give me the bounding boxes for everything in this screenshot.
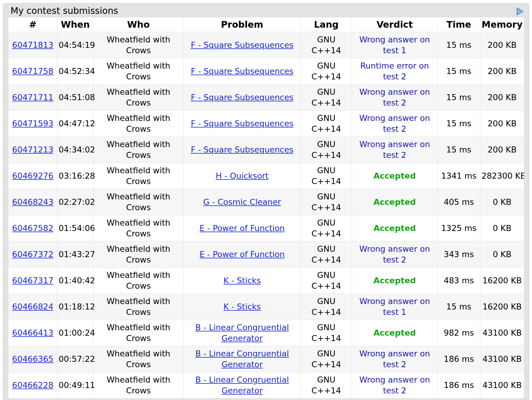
expand-arrow-icon[interactable]: [516, 7, 524, 16]
submissions-table: # When Who Problem Lang Verdict Time Mem…: [8, 17, 524, 398]
submission-time-of-day: 02:27:02: [57, 189, 93, 215]
time-consumed: 15 ms: [438, 58, 480, 85]
submission-time-of-day: 00:57:22: [57, 346, 93, 372]
participant-name: Wheatfield with Crows: [102, 87, 175, 108]
problem-link[interactable]: E - Power of Function: [200, 250, 285, 259]
submission-row: 60471711 04:51:08 Wheatfield with Crows …: [8, 85, 524, 111]
submission-id-link[interactable]: 60467317: [12, 276, 53, 285]
participant-name: Wheatfield with Crows: [102, 374, 175, 396]
problem-link[interactable]: F - Square Subsequences: [191, 66, 294, 76]
submission-row: 60466365 00:57:22 Wheatfield with Crows …: [8, 346, 524, 372]
submission-row: 60466824 01:18:12 Wheatfield with Crows …: [8, 294, 524, 320]
submission-row: 60466228 00:49:11 Wheatfield with Crows …: [8, 372, 524, 398]
verdict-text: Wrong answer on test 1: [354, 296, 435, 317]
submission-id-link[interactable]: 60471213: [12, 145, 53, 154]
time-consumed: 186 ms: [438, 372, 480, 398]
time-consumed: 405 ms: [438, 189, 480, 215]
submission-time-of-day: 04:34:02: [57, 137, 93, 163]
submission-time-of-day: 04:51:08: [57, 85, 93, 111]
problem-link[interactable]: B - Linear Congruential Generator: [195, 375, 289, 395]
language-label: GNU C++14: [304, 87, 349, 108]
submission-id-link[interactable]: 60466228: [12, 380, 53, 390]
submission-time-of-day: 01:54:06: [57, 215, 93, 242]
submission-id-link[interactable]: 60471813: [12, 40, 53, 50]
submission-row: 60471758 04:52:34 Wheatfield with Crows …: [8, 58, 524, 85]
problem-link[interactable]: F - Square Subsequences: [191, 119, 294, 128]
submission-id-link[interactable]: 60467372: [12, 250, 53, 259]
memory-consumed: 200 KB: [480, 85, 524, 111]
memory-consumed: 200 KB: [480, 111, 524, 137]
submission-time-of-day: 04:54:19: [57, 32, 93, 58]
submission-id-link[interactable]: 60466824: [12, 302, 53, 311]
submission-id-link[interactable]: 60471711: [12, 93, 53, 102]
problem-link[interactable]: F - Square Subsequences: [191, 93, 294, 102]
memory-consumed: 200 KB: [480, 58, 524, 85]
problem-link[interactable]: K - Sticks: [223, 276, 261, 285]
language-label: GNU C++14: [304, 244, 349, 265]
verdict-text: Wrong answer on test 2: [354, 139, 435, 160]
verdict-text: Accepted: [373, 223, 416, 234]
submission-row: 60471213 04:34:02 Wheatfield with Crows …: [8, 137, 524, 163]
memory-consumed: 43100 KB: [480, 372, 524, 398]
language-label: GNU C++14: [304, 191, 349, 213]
time-consumed: 15 ms: [438, 32, 480, 58]
verdict-text: Accepted: [373, 328, 416, 338]
participant-name: Wheatfield with Crows: [102, 60, 175, 82]
submission-time-of-day: 03:16:28: [57, 163, 93, 189]
participant-name: Wheatfield with Crows: [102, 322, 175, 343]
problem-link[interactable]: B - Linear Congruential Generator: [195, 349, 289, 369]
language-label: GNU C++14: [304, 296, 349, 317]
memory-consumed: 16200 KB: [480, 268, 524, 294]
participant-name: Wheatfield with Crows: [102, 348, 175, 370]
memory-consumed: 43100 KB: [480, 320, 524, 346]
time-consumed: 15 ms: [438, 294, 480, 320]
language-label: GNU C++14: [304, 60, 349, 82]
col-header-lang: Lang: [301, 17, 352, 32]
memory-consumed: 0 KB: [480, 215, 524, 242]
submission-time-of-day: 01:43:27: [57, 242, 93, 268]
submissions-widget: My contest submissions # When Who Proble…: [3, 3, 529, 400]
memory-consumed: 200 KB: [480, 32, 524, 58]
header-row: # When Who Problem Lang Verdict Time Mem…: [8, 17, 524, 32]
submission-row: 60468243 02:27:02 Wheatfield with Crows …: [8, 189, 524, 215]
submission-row: 60471593 04:47:12 Wheatfield with Crows …: [8, 111, 524, 137]
submission-time-of-day: 01:00:24: [57, 320, 93, 346]
time-consumed: 15 ms: [438, 85, 480, 111]
col-header-who: Who: [93, 17, 184, 32]
participant-name: Wheatfield with Crows: [102, 191, 175, 213]
problem-link[interactable]: F - Square Subsequences: [191, 40, 294, 50]
problem-link[interactable]: E - Power of Function: [200, 223, 285, 233]
submission-row: 60467582 01:54:06 Wheatfield with Crows …: [8, 215, 524, 242]
col-header-problem: Problem: [184, 17, 301, 32]
verdict-text: Wrong answer on test 2: [354, 374, 435, 396]
memory-consumed: 200 KB: [480, 137, 524, 163]
submission-id-link[interactable]: 60467582: [12, 223, 53, 233]
participant-name: Wheatfield with Crows: [102, 244, 175, 265]
memory-consumed: 43100 KB: [480, 346, 524, 372]
verdict-text: Wrong answer on test 2: [354, 348, 435, 370]
submission-row: 60471813 04:54:19 Wheatfield with Crows …: [8, 32, 524, 58]
submission-id-link[interactable]: 60471593: [12, 119, 53, 128]
problem-link[interactable]: K - Sticks: [223, 302, 261, 311]
language-label: GNU C++14: [304, 139, 349, 160]
participant-name: Wheatfield with Crows: [102, 165, 175, 186]
problem-link[interactable]: B - Linear Congruential Generator: [195, 323, 289, 343]
problem-link[interactable]: F - Square Subsequences: [191, 145, 294, 154]
submission-id-link[interactable]: 60466413: [12, 328, 53, 337]
time-consumed: 186 ms: [438, 346, 480, 372]
problem-link[interactable]: G - Cosmic Cleaner: [203, 197, 281, 207]
submission-id-link[interactable]: 60468243: [12, 197, 53, 207]
submission-id-link[interactable]: 60466365: [12, 354, 53, 364]
submission-id-link[interactable]: 60469276: [12, 171, 53, 180]
widget-caption-bar: My contest submissions: [8, 3, 524, 17]
participant-name: Wheatfield with Crows: [102, 34, 175, 56]
submission-id-link[interactable]: 60471758: [12, 66, 53, 76]
submission-row: 60467372 01:43:27 Wheatfield with Crows …: [8, 242, 524, 268]
problem-link[interactable]: H - Quicksort: [216, 171, 269, 180]
memory-consumed: 0 KB: [480, 242, 524, 268]
widget-title: My contest submissions: [11, 5, 118, 16]
participant-name: Wheatfield with Crows: [102, 139, 175, 160]
submission-row: 60466413 01:00:24 Wheatfield with Crows …: [8, 320, 524, 346]
memory-consumed: 16200 KB: [480, 294, 524, 320]
time-consumed: 343 ms: [438, 242, 480, 268]
